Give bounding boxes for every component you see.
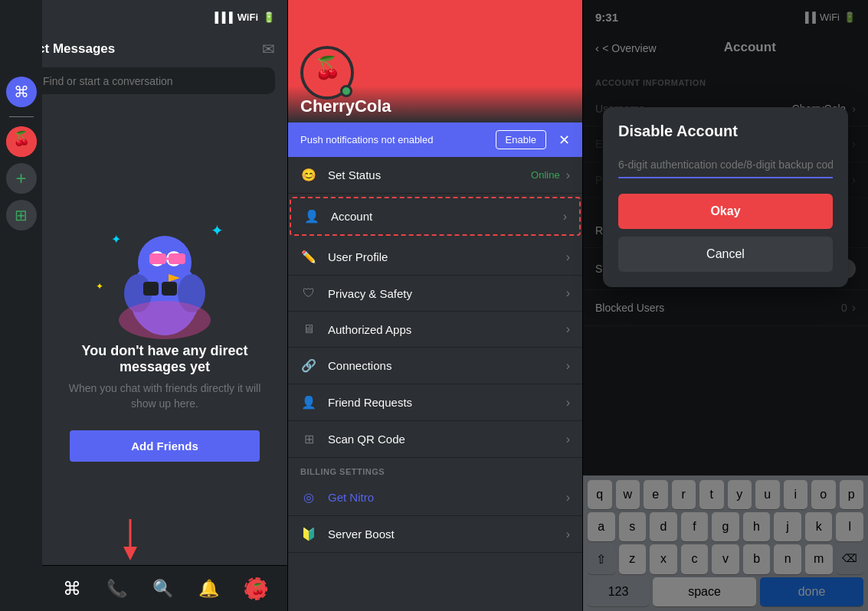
user-profile-label: User Profile — [328, 250, 388, 263]
friend-requests-left: 👤 Friend Requests — [300, 395, 412, 410]
dm-empty-state: ✦ ✦ ✦ You don't h — [42, 102, 287, 565]
authorized-apps-chevron-icon: › — [566, 322, 570, 336]
close-banner-icon[interactable]: ✕ — [558, 132, 570, 149]
status-icon: 😊 — [300, 168, 317, 182]
nav-discord[interactable]: ⌘ — [63, 578, 81, 600]
push-notif-text: Push notifications not enabled — [300, 134, 433, 145]
nav-phone[interactable]: 📞 — [106, 579, 127, 599]
connections-icon: 🔗 — [300, 358, 317, 373]
connections-chevron-icon: › — [566, 359, 570, 373]
status-value: Online — [531, 169, 560, 181]
account-chevron-icon: › — [563, 210, 567, 224]
discover-icon[interactable]: ⊞ — [6, 200, 37, 230]
set-status-left: 😊 Set Status — [300, 168, 381, 182]
authorized-apps-label: Authorized Apps — [328, 323, 411, 336]
okay-button[interactable]: Okay — [618, 194, 833, 229]
enable-notifications-button[interactable]: Enable — [496, 130, 546, 149]
status-icons-dm: ▐▐▐ WiFi 🔋 — [211, 11, 275, 23]
privacy-label: Privacy & Safety — [328, 287, 412, 300]
settings-item-privacy[interactable]: 🛡 Privacy & Safety › — [288, 276, 582, 312]
status-right: Online › — [531, 168, 570, 182]
phone-nav-icon: 📞 — [106, 579, 127, 599]
settings-item-set-status[interactable]: 😊 Set Status Online › — [288, 157, 582, 194]
svg-text:🍒: 🍒 — [13, 130, 31, 147]
search-input[interactable] — [43, 75, 266, 87]
settings-menu: 😊 Set Status Online › 👤 Account › ✏️ Use… — [288, 157, 582, 611]
scan-qr-left: ⊞ Scan QR Code — [300, 432, 405, 446]
panel-settings: 🍒 CherryCola Push notifications not enab… — [287, 0, 582, 611]
add-friends-button[interactable]: Add Friends — [70, 430, 260, 462]
profile-header: 🍒 CherryCola — [288, 0, 582, 123]
settings-item-authorized-apps[interactable]: 🖥 Authorized Apps › — [288, 312, 582, 348]
user-profile-chevron-icon: › — [566, 250, 570, 264]
svg-text:🍒: 🍒 — [314, 54, 342, 81]
disable-account-dialog: Disable Account Okay Cancel — [603, 107, 848, 287]
auth-code-input[interactable] — [618, 152, 833, 178]
empty-illustration: ✦ ✦ ✦ — [88, 205, 241, 343]
svg-point-19 — [119, 301, 211, 339]
settings-item-connections[interactable]: 🔗 Connections › — [288, 348, 582, 384]
empty-subtitle: When you chat with friends directly it w… — [57, 381, 272, 411]
discord-home-icon[interactable]: ⌘ — [6, 77, 37, 107]
svg-text:🍒: 🍒 — [251, 583, 264, 596]
authorized-apps-left: 🖥 Authorized Apps — [300, 322, 411, 336]
battery-icon: 🔋 — [263, 11, 275, 23]
settings-item-friend-requests[interactable]: 👤 Friend Requests › — [288, 384, 582, 421]
nitro-chevron-icon: › — [566, 491, 570, 505]
new-dm-icon[interactable]: ✉ — [262, 40, 275, 58]
privacy-icon: 🛡 — [300, 286, 317, 300]
privacy-left: 🛡 Privacy & Safety — [300, 286, 412, 300]
scan-qr-label: Scan QR Code — [328, 433, 405, 446]
nav-bell[interactable]: 🔔 — [198, 579, 219, 599]
disable-account-overlay: Disable Account Okay Cancel — [583, 0, 868, 611]
nav-profile[interactable]: 🍒 — [244, 577, 267, 600]
profile-username: CherryCola — [300, 96, 391, 116]
scan-qr-icon: ⊞ — [300, 432, 317, 446]
bottom-nav: ⌘ 📞 🔍 🔔 🍒 — [42, 565, 287, 611]
search-bar[interactable]: 🔍 — [12, 67, 275, 94]
settings-item-server-boost[interactable]: 🔰 Server Boost › — [288, 516, 582, 553]
panel-direct-messages: 9:59 ▐▐▐ WiFi 🔋 Direct Messages ✉ 🔍 ⌘ 🍒 … — [0, 0, 287, 611]
settings-item-user-profile[interactable]: ✏️ User Profile › — [288, 239, 582, 276]
cancel-button[interactable]: Cancel — [618, 237, 833, 272]
status-bar-dm: 9:59 ▐▐▐ WiFi 🔋 — [0, 0, 287, 34]
sidebar-icons: ⌘ 🍒 + ⊞ — [0, 0, 42, 611]
nitro-label: Get Nitro — [328, 491, 374, 504]
add-server-icon[interactable]: + — [6, 163, 37, 194]
settings-item-account[interactable]: 👤 Account › — [290, 197, 581, 236]
svg-text:✦: ✦ — [111, 233, 121, 246]
settings-item-nitro[interactable]: ◎ Get Nitro › — [288, 479, 582, 516]
svg-rect-12 — [149, 253, 166, 264]
user-profile-icon: ✏️ — [300, 250, 317, 264]
server-avatar[interactable]: 🍒 — [6, 126, 37, 157]
nav-search[interactable]: 🔍 — [152, 579, 173, 599]
account-label: Account — [331, 210, 372, 223]
push-notif-banner: Push notifications not enabled Enable ✕ — [288, 123, 582, 157]
friend-requests-icon: 👤 — [300, 395, 317, 410]
chevron-icon: › — [566, 168, 570, 182]
divider — [9, 116, 34, 117]
account-left: 👤 Account — [303, 209, 372, 224]
profile-nav-avatar: 🍒 — [244, 577, 267, 600]
scan-qr-chevron-icon: › — [566, 433, 570, 446]
server-boost-chevron-icon: › — [566, 528, 570, 541]
dm-header: Direct Messages ✉ — [0, 34, 287, 64]
nitro-left: ◎ Get Nitro — [300, 490, 374, 505]
wifi-icon: WiFi — [237, 11, 258, 23]
search-nav-icon: 🔍 — [152, 579, 173, 599]
svg-rect-13 — [169, 253, 185, 264]
user-profile-left: ✏️ User Profile — [300, 250, 388, 264]
svg-rect-18 — [162, 282, 177, 296]
nitro-icon: ◎ — [300, 490, 317, 505]
settings-item-scan-qr[interactable]: ⊞ Scan QR Code › — [288, 421, 582, 458]
empty-title: You don't have any direct messages yet — [57, 343, 272, 375]
billing-header: BILLING SETTINGS — [288, 458, 582, 479]
connections-left: 🔗 Connections — [300, 358, 391, 373]
friend-requests-label: Friend Requests — [328, 396, 412, 409]
authorized-apps-icon: 🖥 — [300, 322, 317, 336]
server-boost-left: 🔰 Server Boost — [300, 527, 395, 541]
friend-requests-chevron-icon: › — [566, 396, 570, 410]
signal-icon: ▐▐▐ — [211, 11, 233, 23]
account-icon: 👤 — [303, 209, 320, 224]
svg-text:✦: ✦ — [211, 222, 224, 239]
